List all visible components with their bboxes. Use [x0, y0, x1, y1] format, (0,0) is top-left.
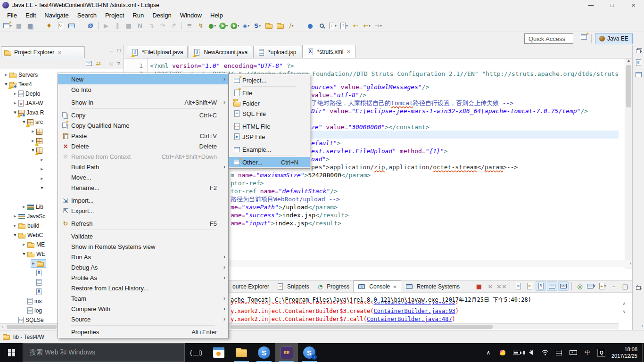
- tree-item[interactable]: X: [31, 269, 43, 277]
- collapse-arrow-icon[interactable]: ▼: [40, 186, 44, 190]
- ime-chinese-icon[interactable]: 中: [580, 343, 594, 362]
- new-submenu-item-sql-file[interactable]: ≡SQL File: [229, 108, 310, 119]
- task-view-button[interactable]: [185, 343, 207, 362]
- debug-icon[interactable]: ●▾: [206, 21, 218, 31]
- run-icon[interactable]: ▾: [218, 21, 229, 31]
- view-tab-progress[interactable]: ◔Progress: [313, 280, 354, 292]
- view-tab-remote-systems[interactable]: Remote Systems: [401, 280, 463, 292]
- context-menu-item-show-in-remote-systems-view[interactable]: Show in Remote Systems view: [58, 241, 228, 252]
- context-menu-item-properties[interactable]: PropertiesAlt+Enter: [58, 327, 228, 337]
- tree-item[interactable]: ▶: [31, 137, 44, 145]
- save-all-icon[interactable]: ■: [25, 21, 36, 31]
- dropdown-arrow-icon[interactable]: ▾: [380, 24, 382, 28]
- tree-item-lib[interactable]: ▶Lib: [22, 203, 43, 211]
- context-menu-item-paste[interactable]: PasteCtrl+V: [58, 131, 228, 141]
- tree-item-src[interactable]: ▼src: [22, 118, 43, 126]
- tree-item[interactable]: ▶: [40, 174, 47, 183]
- tree-item-me[interactable]: ▶ME: [22, 240, 45, 249]
- eclipse-icon[interactable]: EE: [275, 343, 298, 362]
- new-submenu-item-other[interactable]: Other...Ctrl+N: [229, 157, 310, 167]
- expand-arrow-icon[interactable]: ▶: [13, 92, 17, 96]
- expand-arrow-icon[interactable]: ▶: [13, 214, 17, 218]
- step-over-icon[interactable]: ↷: [157, 21, 168, 31]
- word-wrap-icon[interactable]: ¶: [536, 281, 546, 291]
- folder-up-icon[interactable]: [274, 21, 286, 31]
- palette-view-icon[interactable]: [635, 71, 642, 78]
- tree-item[interactable]: [31, 278, 43, 287]
- new-submenu-item-example[interactable]: Example...: [229, 144, 310, 155]
- tree-item-log[interactable]: log: [22, 306, 42, 315]
- dropdown-arrow-icon[interactable]: ▾: [226, 24, 228, 28]
- tree-hscroll-thumb[interactable]: [7, 325, 57, 329]
- dropdown-arrow-icon[interactable]: ▾: [292, 24, 294, 28]
- expand-arrow-icon[interactable]: ▶: [40, 177, 44, 181]
- stack-trace-link[interactable]: ContainerBuilder.java:487: [367, 316, 452, 322]
- context-menu-item-go-into[interactable]: Go Into: [58, 84, 228, 95]
- resume-icon[interactable]: ▶: [100, 21, 112, 31]
- collapse-arrow-icon[interactable]: ▼: [13, 233, 17, 237]
- tree-item[interactable]: ▼: [31, 146, 44, 155]
- editor-tab-fileupload-java[interactable]: J*FileUpload.java: [127, 46, 188, 58]
- expand-arrow-icon[interactable]: ▶: [40, 158, 44, 162]
- action-center-icon[interactable]: [552, 343, 566, 362]
- web-browser-icon[interactable]: ●: [305, 21, 316, 31]
- expand-arrow-icon[interactable]: ▶: [4, 73, 8, 77]
- hscroll-right-arrow-icon[interactable]: ›: [630, 261, 631, 266]
- tree-item-test4[interactable]: ▼Test4: [4, 80, 32, 89]
- tree-item-ins[interactable]: ins: [22, 297, 41, 305]
- qq-icon[interactable]: [495, 343, 510, 362]
- context-menu-item-show-in[interactable]: Show InAlt+Shift+W›: [58, 97, 228, 107]
- console-hscroll-thumb[interactable]: [231, 325, 493, 329]
- tree-item-java-r[interactable]: ▼Java R: [13, 108, 44, 117]
- struts-icon[interactable]: S▾: [252, 21, 263, 31]
- coverage-icon[interactable]: ▾: [229, 21, 240, 31]
- minimize-window-button[interactable]: —: [580, 0, 602, 10]
- tree-item[interactable]: ▼: [40, 184, 47, 192]
- checkin-icon[interactable]: ↑▾: [339, 21, 350, 31]
- step-return-icon[interactable]: ↱: [168, 21, 180, 31]
- context-menu-item-run-as[interactable]: Run As›: [58, 252, 228, 262]
- view-tab-console[interactable]: ≡Console✕: [353, 280, 401, 292]
- context-menu-item-move[interactable]: Move...: [58, 172, 228, 182]
- menubar-item-search[interactable]: Search: [73, 11, 101, 20]
- marker-pen-icon[interactable]: ∕▾: [286, 21, 297, 31]
- scroll-lock-icon[interactable]: ≡: [524, 281, 535, 291]
- dropdown-arrow-icon[interactable]: ▾: [604, 284, 606, 288]
- new-submenu-item-jsp-file[interactable]: ◆JSP File: [229, 132, 310, 142]
- tree-item-sqlse[interactable]: 010SQLSe: [13, 316, 44, 324]
- menubar-item-file[interactable]: File: [3, 11, 21, 20]
- expand-arrow-icon[interactable]: ▶: [22, 243, 26, 247]
- dropdown-arrow-icon[interactable]: ▾: [594, 284, 595, 288]
- monitor-icon[interactable]: [66, 21, 77, 31]
- tray-expand-icon[interactable]: ∧: [481, 343, 495, 362]
- external-tools-icon[interactable]: ↯: [195, 21, 206, 31]
- close-tab-icon[interactable]: ✕: [393, 284, 396, 289]
- taskbar-search-input[interactable]: 搜索 Web 和 Windows: [23, 343, 185, 362]
- perspective-javaee-button[interactable]: Java EE: [595, 33, 633, 44]
- new-submenu-item-html-file[interactable]: <>HTML File: [229, 121, 310, 132]
- minimize-view-icon[interactable]: –: [110, 48, 113, 53]
- save-icon[interactable]: ■: [13, 21, 25, 31]
- quick-access-input[interactable]: Quick Access: [524, 33, 573, 44]
- context-menu-item-team[interactable]: Team›: [58, 293, 228, 304]
- display-console-icon[interactable]: ▾: [586, 281, 596, 291]
- expand-arrow-icon[interactable]: ▶: [31, 130, 35, 133]
- pin-console-icon[interactable]: ◎: [575, 281, 585, 291]
- open-perspective-icon[interactable]: [581, 34, 587, 40]
- clear-console-icon[interactable]: ≡: [513, 281, 523, 291]
- volume-muted-icon[interactable]: [524, 343, 538, 362]
- open-resource-icon[interactable]: [263, 21, 274, 31]
- show-desktop-button[interactable]: [642, 343, 644, 362]
- restore-console-icon[interactable]: [635, 285, 642, 291]
- menubar-item-edit[interactable]: Edit: [21, 11, 40, 20]
- tree-item[interactable]: ▶: [40, 156, 47, 164]
- tree-item-javasc[interactable]: ▶JavaSc: [13, 212, 45, 221]
- tree-item[interactable]: ▶: [31, 127, 44, 136]
- context-menu-item-new[interactable]: New›: [58, 74, 228, 84]
- sync-doc-icon[interactable]: ↻: [55, 21, 66, 31]
- close-window-button[interactable]: ×: [623, 0, 644, 10]
- editor-hscrollbar[interactable]: ›: [229, 260, 632, 267]
- wifi-icon[interactable]: [538, 343, 552, 362]
- qq-pinyin-icon[interactable]: Q: [594, 343, 609, 362]
- step-into-icon[interactable]: ↴: [146, 21, 157, 31]
